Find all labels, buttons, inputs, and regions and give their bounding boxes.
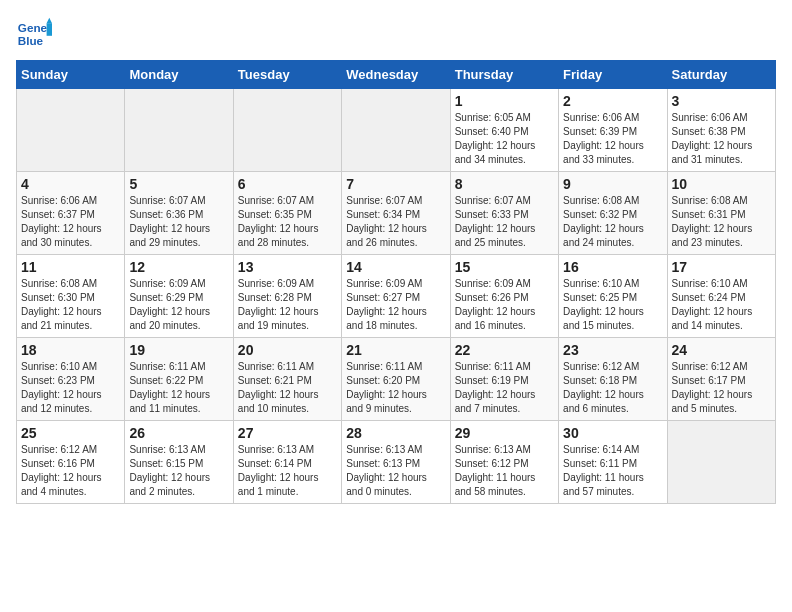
day-info: Sunrise: 6:06 AMSunset: 6:39 PMDaylight:… — [563, 111, 662, 167]
day-number: 7 — [346, 176, 445, 192]
calendar-week-row: 1Sunrise: 6:05 AMSunset: 6:40 PMDaylight… — [17, 89, 776, 172]
weekday-header-sunday: Sunday — [17, 61, 125, 89]
calendar-cell: 17Sunrise: 6:10 AMSunset: 6:24 PMDayligh… — [667, 255, 775, 338]
calendar-cell: 19Sunrise: 6:11 AMSunset: 6:22 PMDayligh… — [125, 338, 233, 421]
weekday-header-saturday: Saturday — [667, 61, 775, 89]
day-info: Sunrise: 6:07 AMSunset: 6:36 PMDaylight:… — [129, 194, 228, 250]
day-number: 12 — [129, 259, 228, 275]
day-number: 2 — [563, 93, 662, 109]
day-number: 3 — [672, 93, 771, 109]
day-number: 29 — [455, 425, 554, 441]
calendar-cell: 2Sunrise: 6:06 AMSunset: 6:39 PMDaylight… — [559, 89, 667, 172]
calendar-cell: 6Sunrise: 6:07 AMSunset: 6:35 PMDaylight… — [233, 172, 341, 255]
calendar-cell: 18Sunrise: 6:10 AMSunset: 6:23 PMDayligh… — [17, 338, 125, 421]
day-info: Sunrise: 6:11 AMSunset: 6:19 PMDaylight:… — [455, 360, 554, 416]
weekday-header-wednesday: Wednesday — [342, 61, 450, 89]
calendar-cell: 26Sunrise: 6:13 AMSunset: 6:15 PMDayligh… — [125, 421, 233, 504]
day-number: 25 — [21, 425, 120, 441]
svg-text:Blue: Blue — [18, 34, 44, 47]
day-info: Sunrise: 6:11 AMSunset: 6:22 PMDaylight:… — [129, 360, 228, 416]
calendar-cell: 3Sunrise: 6:06 AMSunset: 6:38 PMDaylight… — [667, 89, 775, 172]
calendar-cell: 24Sunrise: 6:12 AMSunset: 6:17 PMDayligh… — [667, 338, 775, 421]
calendar-cell: 9Sunrise: 6:08 AMSunset: 6:32 PMDaylight… — [559, 172, 667, 255]
day-number: 21 — [346, 342, 445, 358]
calendar-cell: 30Sunrise: 6:14 AMSunset: 6:11 PMDayligh… — [559, 421, 667, 504]
day-info: Sunrise: 6:08 AMSunset: 6:32 PMDaylight:… — [563, 194, 662, 250]
day-info: Sunrise: 6:13 AMSunset: 6:13 PMDaylight:… — [346, 443, 445, 499]
calendar-week-row: 25Sunrise: 6:12 AMSunset: 6:16 PMDayligh… — [17, 421, 776, 504]
weekday-header-friday: Friday — [559, 61, 667, 89]
calendar-cell: 14Sunrise: 6:09 AMSunset: 6:27 PMDayligh… — [342, 255, 450, 338]
calendar-cell — [342, 89, 450, 172]
day-info: Sunrise: 6:06 AMSunset: 6:38 PMDaylight:… — [672, 111, 771, 167]
calendar-week-row: 4Sunrise: 6:06 AMSunset: 6:37 PMDaylight… — [17, 172, 776, 255]
day-number: 30 — [563, 425, 662, 441]
day-number: 19 — [129, 342, 228, 358]
header: General Blue — [16, 16, 776, 52]
calendar-cell: 29Sunrise: 6:13 AMSunset: 6:12 PMDayligh… — [450, 421, 558, 504]
calendar-cell: 8Sunrise: 6:07 AMSunset: 6:33 PMDaylight… — [450, 172, 558, 255]
day-number: 20 — [238, 342, 337, 358]
calendar-cell: 22Sunrise: 6:11 AMSunset: 6:19 PMDayligh… — [450, 338, 558, 421]
day-number: 1 — [455, 93, 554, 109]
weekday-header-tuesday: Tuesday — [233, 61, 341, 89]
day-info: Sunrise: 6:13 AMSunset: 6:15 PMDaylight:… — [129, 443, 228, 499]
day-info: Sunrise: 6:09 AMSunset: 6:28 PMDaylight:… — [238, 277, 337, 333]
day-info: Sunrise: 6:11 AMSunset: 6:20 PMDaylight:… — [346, 360, 445, 416]
calendar-cell: 1Sunrise: 6:05 AMSunset: 6:40 PMDaylight… — [450, 89, 558, 172]
calendar-cell: 21Sunrise: 6:11 AMSunset: 6:20 PMDayligh… — [342, 338, 450, 421]
day-number: 8 — [455, 176, 554, 192]
weekday-header-monday: Monday — [125, 61, 233, 89]
calendar-week-row: 11Sunrise: 6:08 AMSunset: 6:30 PMDayligh… — [17, 255, 776, 338]
weekday-header-row: SundayMondayTuesdayWednesdayThursdayFrid… — [17, 61, 776, 89]
day-info: Sunrise: 6:09 AMSunset: 6:26 PMDaylight:… — [455, 277, 554, 333]
day-number: 15 — [455, 259, 554, 275]
day-number: 6 — [238, 176, 337, 192]
day-number: 5 — [129, 176, 228, 192]
day-info: Sunrise: 6:07 AMSunset: 6:33 PMDaylight:… — [455, 194, 554, 250]
day-info: Sunrise: 6:12 AMSunset: 6:17 PMDaylight:… — [672, 360, 771, 416]
day-info: Sunrise: 6:13 AMSunset: 6:12 PMDaylight:… — [455, 443, 554, 499]
calendar-cell: 23Sunrise: 6:12 AMSunset: 6:18 PMDayligh… — [559, 338, 667, 421]
day-number: 9 — [563, 176, 662, 192]
calendar-week-row: 18Sunrise: 6:10 AMSunset: 6:23 PMDayligh… — [17, 338, 776, 421]
calendar-cell: 5Sunrise: 6:07 AMSunset: 6:36 PMDaylight… — [125, 172, 233, 255]
calendar-cell: 27Sunrise: 6:13 AMSunset: 6:14 PMDayligh… — [233, 421, 341, 504]
calendar-cell: 16Sunrise: 6:10 AMSunset: 6:25 PMDayligh… — [559, 255, 667, 338]
svg-marker-2 — [47, 23, 52, 36]
calendar-cell — [125, 89, 233, 172]
day-number: 27 — [238, 425, 337, 441]
calendar-cell: 20Sunrise: 6:11 AMSunset: 6:21 PMDayligh… — [233, 338, 341, 421]
day-number: 18 — [21, 342, 120, 358]
calendar-cell — [17, 89, 125, 172]
day-info: Sunrise: 6:10 AMSunset: 6:25 PMDaylight:… — [563, 277, 662, 333]
day-number: 13 — [238, 259, 337, 275]
calendar-cell: 10Sunrise: 6:08 AMSunset: 6:31 PMDayligh… — [667, 172, 775, 255]
day-info: Sunrise: 6:13 AMSunset: 6:14 PMDaylight:… — [238, 443, 337, 499]
day-info: Sunrise: 6:09 AMSunset: 6:27 PMDaylight:… — [346, 277, 445, 333]
day-number: 11 — [21, 259, 120, 275]
day-number: 14 — [346, 259, 445, 275]
day-info: Sunrise: 6:07 AMSunset: 6:35 PMDaylight:… — [238, 194, 337, 250]
calendar-cell: 13Sunrise: 6:09 AMSunset: 6:28 PMDayligh… — [233, 255, 341, 338]
day-number: 4 — [21, 176, 120, 192]
day-number: 28 — [346, 425, 445, 441]
day-info: Sunrise: 6:12 AMSunset: 6:16 PMDaylight:… — [21, 443, 120, 499]
day-info: Sunrise: 6:10 AMSunset: 6:24 PMDaylight:… — [672, 277, 771, 333]
calendar-cell: 28Sunrise: 6:13 AMSunset: 6:13 PMDayligh… — [342, 421, 450, 504]
day-info: Sunrise: 6:14 AMSunset: 6:11 PMDaylight:… — [563, 443, 662, 499]
day-info: Sunrise: 6:11 AMSunset: 6:21 PMDaylight:… — [238, 360, 337, 416]
day-info: Sunrise: 6:10 AMSunset: 6:23 PMDaylight:… — [21, 360, 120, 416]
calendar-cell — [233, 89, 341, 172]
day-info: Sunrise: 6:08 AMSunset: 6:31 PMDaylight:… — [672, 194, 771, 250]
day-number: 26 — [129, 425, 228, 441]
day-number: 17 — [672, 259, 771, 275]
day-info: Sunrise: 6:09 AMSunset: 6:29 PMDaylight:… — [129, 277, 228, 333]
day-info: Sunrise: 6:05 AMSunset: 6:40 PMDaylight:… — [455, 111, 554, 167]
weekday-header-thursday: Thursday — [450, 61, 558, 89]
day-number: 23 — [563, 342, 662, 358]
day-info: Sunrise: 6:07 AMSunset: 6:34 PMDaylight:… — [346, 194, 445, 250]
day-number: 24 — [672, 342, 771, 358]
calendar-cell: 12Sunrise: 6:09 AMSunset: 6:29 PMDayligh… — [125, 255, 233, 338]
day-number: 10 — [672, 176, 771, 192]
